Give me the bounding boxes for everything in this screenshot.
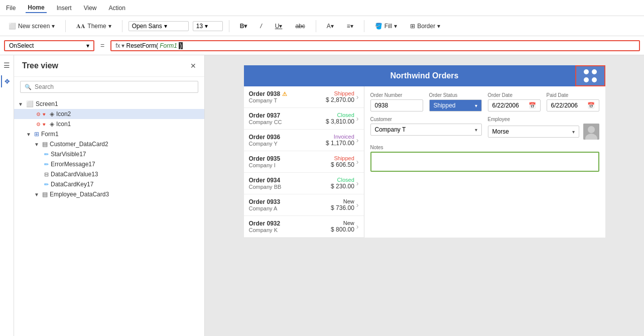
menu-action[interactable]: Action — [107, 4, 127, 13]
menu-insert[interactable]: Insert — [55, 4, 74, 13]
datacard-icon: ▤ — [42, 141, 48, 148]
tree-content: ▼ ⬜ Screen1 ⚙ ♥ ◈ Icon2 ⚙ ♥ ◈ Icon1 — [14, 97, 204, 336]
chevron-icon-2: › — [356, 115, 359, 123]
search-input[interactable] — [35, 83, 194, 90]
search-box[interactable]: 🔍 — [20, 81, 198, 93]
chevron-down-icon-7: ▾ — [86, 42, 89, 49]
order-row-0936[interactable]: Order 0936 Company Y Invoiced $ 1,170.00… — [244, 130, 364, 151]
icon-node-2: ◈ — [50, 121, 54, 128]
new-screen-button[interactable]: ⬜ New screen ▾ — [4, 21, 59, 31]
employee-photo — [583, 124, 599, 140]
select-arrow-2: ▾ — [475, 127, 477, 133]
font-color-button[interactable]: A▾ — [322, 21, 338, 31]
select-arrow-3: ▾ — [572, 129, 575, 135]
order-number: Order 0938 ⚠ — [249, 90, 324, 97]
tree-item-icon2[interactable]: ⚙ ♥ ◈ Icon2 — [14, 109, 204, 119]
separator-3 — [229, 20, 229, 32]
tree-item-customer-datacard2[interactable]: ▼ ▤ Customer_DataCard2 — [14, 139, 204, 149]
order-row-0934[interactable]: Order 0934 Company BB Closed $ 230.00 › — [244, 173, 364, 194]
chevron-down-icon: ▾ — [52, 23, 55, 30]
separator-4 — [316, 20, 316, 32]
order-status-input[interactable]: Shipped ▾ — [429, 99, 482, 111]
warning-icon: ⚠ — [282, 91, 287, 97]
chevron-icon-6: › — [356, 201, 359, 209]
chevron-down-icon-6: ▾ — [437, 23, 440, 30]
northwind-header: Northwind Orders — [244, 65, 605, 86]
tree-item-employee-datacard3[interactable]: ▼ ▤ Employee_DataCard3 — [14, 189, 204, 199]
chevron-icon-5: › — [356, 179, 359, 187]
tree-panel: Tree view ✕ 🔍 ▼ ⬜ Screen1 ⚙ ♥ ◈ Icon2 — [14, 55, 205, 336]
font-size-select[interactable]: 13 ▾ — [193, 21, 223, 31]
formula-input[interactable]: fx ▾ ResetForm( Form1 ) — [110, 40, 640, 51]
svg-point-1 — [588, 126, 595, 133]
fill-button[interactable]: 🪣 Fill ▾ — [370, 21, 402, 31]
tree-title: Tree view — [22, 61, 58, 70]
paid-date-input[interactable]: 6/22/2006 📅 — [547, 99, 599, 111]
employee-input[interactable]: Morse ▾ — [488, 126, 579, 138]
property-dropdown[interactable]: OnSelect ▾ — [4, 40, 94, 51]
customer-input[interactable]: Company T ▾ — [370, 124, 482, 136]
chevron-icon-3: › — [356, 136, 359, 144]
close-button[interactable]: ✕ — [190, 62, 196, 70]
app-canvas: Northwind Orders — [244, 65, 605, 238]
datacard-icon-2: ▤ — [42, 191, 48, 198]
reset-form-button[interactable] — [575, 65, 605, 86]
search-icon: 🔍 — [25, 84, 32, 90]
chevron-down-icon-8: ▾ — [121, 42, 124, 49]
menu-home[interactable]: Home — [26, 3, 46, 13]
tree-item-form1[interactable]: ▼ ⊞ Form1 — [14, 129, 204, 139]
tree-item-datacardvalue13[interactable]: ⊟ DataCardValue13 — [14, 169, 204, 179]
border-button[interactable]: ⊞ Border ▾ — [406, 21, 445, 31]
customer-field: Customer Company T ▾ — [370, 117, 482, 140]
order-row-0935[interactable]: Order 0935 Company I Shipped $ 606.50 › — [244, 151, 364, 173]
layers-icon[interactable]: ❖ — [1, 75, 13, 87]
order-date-field: Order Date 6/22/2006 📅 — [488, 92, 541, 111]
heart-icon-2: ♥ — [43, 122, 46, 127]
underline-button[interactable]: U▾ — [271, 21, 287, 31]
chevron-down-icon-3: ▾ — [164, 23, 167, 30]
chevron-down-icon-4: ▾ — [205, 23, 208, 30]
chevron-icon-4: › — [356, 158, 359, 166]
screen-icon: ⬜ — [9, 23, 16, 30]
expand-arrow: ▼ — [18, 101, 24, 107]
strikethrough-button[interactable]: abc — [291, 21, 309, 31]
tree-item-starvisible17[interactable]: ✏ StarVisible17 — [14, 149, 204, 159]
chevron-down-icon-5: ▾ — [394, 23, 397, 30]
order-row-0937[interactable]: Order 0937 Company CC Closed $ 3,810.00 … — [244, 108, 364, 130]
tree-item-errormessage17[interactable]: ✏ ErrorMessage17 — [14, 159, 204, 169]
order-row-0933[interactable]: Order 0933 Company A New $ 736.00 › — [244, 194, 364, 216]
separator-1 — [65, 20, 66, 32]
menu-view[interactable]: View — [82, 4, 99, 13]
paid-date-field: Paid Date 6/22/2006 📅 — [547, 92, 599, 111]
hamburger-icon[interactable]: ☰ — [2, 59, 12, 71]
menu-file[interactable]: File — [4, 4, 18, 13]
reset-dots — [582, 67, 599, 84]
order-row-0932[interactable]: Order 0932 Company K New $ 800.00 › — [244, 216, 364, 238]
employee-field: Employee Morse ▾ — [488, 117, 599, 140]
font-family-select[interactable]: Open Sans ▾ — [128, 21, 189, 31]
tree-item-icon1[interactable]: ⚙ ♥ ◈ Icon1 — [14, 119, 204, 129]
fill-icon: 🪣 — [375, 23, 382, 30]
edit-icon: ✏ — [44, 151, 49, 158]
italic-button[interactable]: / — [255, 21, 266, 31]
fx-button[interactable]: fx ▾ — [115, 42, 124, 49]
form-row-2: Customer Company T ▾ Employee Morse — [370, 117, 599, 140]
chevron-icon-7: › — [356, 222, 359, 231]
toolbar: ⬜ New screen ▾ 𝐀𝐀 Theme ▾ Open Sans ▾ 13… — [0, 16, 644, 36]
bold-button[interactable]: B▾ — [235, 21, 252, 31]
order-status-field: Order Status Shipped ▾ — [429, 92, 482, 111]
order-date-input[interactable]: 6/22/2006 📅 — [488, 99, 541, 111]
order-row-0938[interactable]: Order 0938 ⚠ Company T Shipped $ 2,870.0… — [244, 86, 364, 108]
notes-field-container: Notes — [370, 145, 599, 172]
tree-item-datacardkey17[interactable]: ✏ DataCardKey17 — [14, 179, 204, 189]
formula-text: ResetForm( Form1 ) — [126, 42, 183, 49]
align-button[interactable]: ≡▾ — [342, 21, 358, 31]
order-number-input[interactable]: 0938 — [370, 99, 423, 111]
order-status: Shipped — [326, 90, 354, 96]
form-row-1: Order Number 0938 Order Status Shipped ▾ — [370, 92, 599, 111]
theme-button[interactable]: 𝐀𝐀 Theme ▾ — [72, 21, 115, 31]
notes-input[interactable] — [370, 152, 599, 172]
icon-node: ◈ — [50, 110, 54, 118]
expand-arrow-3: ▼ — [34, 142, 40, 147]
tree-item-screen1[interactable]: ▼ ⬜ Screen1 — [14, 99, 204, 109]
